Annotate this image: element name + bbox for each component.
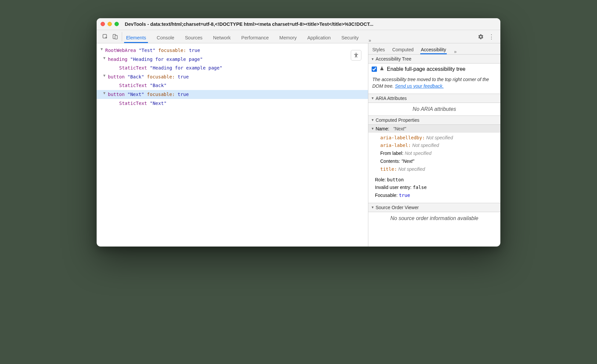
section-accessibility-tree[interactable]: ▼Accessibility Tree (368, 55, 500, 64)
more-tabs-icon[interactable]: » (367, 38, 373, 43)
chevron-down-icon: ▼ (371, 127, 374, 130)
tab-console[interactable]: Console (155, 32, 176, 43)
flask-icon (380, 66, 384, 72)
toolbar-right: ⋮ (474, 34, 498, 40)
tree-next-text[interactable]: StaticText "Next" (97, 99, 368, 108)
accessibility-tree: ▼RootWebArea "Test" focusable: true ▼hea… (97, 46, 368, 108)
titlebar: DevTools - data:text/html;charset=utf-8,… (97, 18, 500, 30)
enable-full-page-label: Enable full-page accessibility tree (387, 66, 465, 72)
tab-performance[interactable]: Performance (239, 32, 271, 43)
enable-full-page-checkbox[interactable] (372, 67, 377, 72)
side-tab-styles[interactable]: Styles (372, 45, 386, 54)
side-tab-accessibility[interactable]: Accessibility (420, 45, 447, 54)
contents-row: Contents: "Next" (380, 158, 500, 165)
role-row: Role: button (375, 176, 500, 184)
tree-button-back[interactable]: ▼button "Back" focusable: true (97, 72, 368, 81)
window-title: DevTools - data:text/html;charset=utf-8,… (125, 22, 496, 27)
from-label-row: From label: Not specified (380, 150, 500, 158)
minimize-icon[interactable] (108, 22, 112, 26)
tree-heading-text[interactable]: StaticText "Heading for example page" (97, 64, 368, 72)
main-toolbar: Elements Console Sources Network Perform… (97, 30, 500, 43)
feedback-link[interactable]: Send us your feedback. (395, 83, 443, 89)
section-computed-properties[interactable]: ▼Computed Properties (368, 115, 500, 125)
tree-back-text[interactable]: StaticText "Back" (97, 81, 368, 90)
devtools-window: DevTools - data:text/html;charset=utf-8,… (97, 18, 500, 247)
chevron-down-icon: ▼ (371, 57, 374, 61)
tree-heading[interactable]: ▼heading "Heading for example page" (97, 55, 368, 64)
more-side-tabs-icon[interactable]: » (453, 49, 458, 54)
tab-network[interactable]: Network (211, 32, 233, 43)
invalid-row: Invalid user entry: false (375, 184, 500, 192)
side-tab-computed[interactable]: Computed (391, 45, 414, 54)
section-aria-attributes[interactable]: ▼ARIA Attributes (368, 94, 500, 103)
title-row: title: Not specified (380, 165, 500, 173)
device-toolbar-icon[interactable] (112, 33, 118, 40)
inspect-element-icon[interactable] (102, 33, 109, 40)
tree-root[interactable]: ▼RootWebArea "Test" focusable: true (97, 46, 368, 55)
kebab-menu-icon[interactable]: ⋮ (488, 34, 494, 40)
sidebar-tabs: Styles Computed Accessibility » (368, 43, 500, 55)
close-icon[interactable] (101, 22, 105, 26)
name-row[interactable]: ▼Name: "Next" (368, 125, 500, 133)
toolbar-icons (99, 32, 122, 41)
aria-label-row: aria-label: Not specified (380, 142, 500, 150)
traffic-lights (101, 22, 119, 26)
chevron-down-icon: ▼ (371, 96, 374, 100)
no-source-order: No source order information available (368, 212, 500, 225)
name-sources: aria-labelledby: Not specified aria-labe… (368, 133, 500, 175)
zoom-icon[interactable] (115, 22, 119, 26)
tab-application[interactable]: Application (305, 32, 333, 43)
no-aria-attributes: No ARIA attributes (368, 103, 500, 115)
accessibility-icon[interactable] (351, 50, 361, 61)
main-tabs: Elements Console Sources Network Perform… (124, 30, 474, 43)
enable-full-page-row: Enable full-page accessibility tree (368, 64, 500, 75)
sidebar: Styles Computed Accessibility » ▼Accessi… (368, 43, 500, 247)
svg-point-3 (356, 53, 357, 54)
focusable-row: Focusable: true (375, 192, 500, 200)
aria-labelledby-row: aria-labelledby: Not specified (380, 134, 500, 142)
tab-elements[interactable]: Elements (124, 32, 148, 43)
info-text: The accessibility tree moved to the top … (368, 75, 500, 94)
tab-security[interactable]: Security (339, 32, 360, 43)
tab-memory[interactable]: Memory (277, 32, 298, 43)
section-source-order[interactable]: ▼Source Order Viewer (368, 203, 500, 212)
tab-sources[interactable]: Sources (183, 32, 205, 43)
svg-rect-2 (115, 35, 117, 39)
chevron-down-icon: ▼ (371, 118, 374, 122)
body: ▼RootWebArea "Test" focusable: true ▼hea… (97, 43, 500, 247)
accessibility-tree-panel: ▼RootWebArea "Test" focusable: true ▼hea… (97, 43, 368, 247)
simple-props: Role: button Invalid user entry: false F… (368, 175, 500, 203)
tree-button-next[interactable]: ▼button "Next" focusable: true (97, 90, 368, 99)
chevron-down-icon: ▼ (371, 205, 374, 209)
gear-icon[interactable] (478, 34, 484, 40)
